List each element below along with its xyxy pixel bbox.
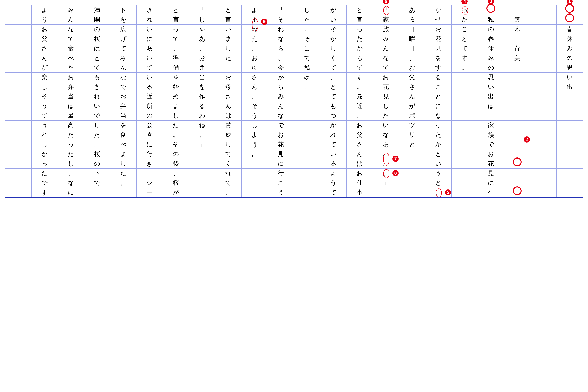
cell: よ bbox=[320, 168, 346, 178]
cell bbox=[531, 44, 557, 53]
cell: で bbox=[58, 34, 84, 44]
cell bbox=[452, 149, 478, 159]
cell: と bbox=[346, 5, 373, 15]
cell bbox=[557, 101, 583, 111]
cell: な bbox=[268, 34, 294, 44]
cell: 。 bbox=[163, 130, 189, 140]
cell: で bbox=[373, 63, 399, 72]
cell: み bbox=[557, 44, 583, 53]
cell: で bbox=[84, 111, 110, 120]
cell: 行 bbox=[478, 188, 504, 197]
cell: ま bbox=[110, 149, 136, 159]
cell: お bbox=[215, 72, 242, 82]
column: 春休みの思い出 bbox=[556, 5, 583, 197]
cell: に bbox=[425, 101, 451, 111]
cell: て bbox=[215, 178, 242, 188]
cell: く bbox=[320, 53, 346, 63]
cell bbox=[531, 111, 557, 120]
cell bbox=[557, 15, 583, 24]
cell bbox=[504, 130, 530, 140]
cell: 行 bbox=[137, 149, 163, 159]
cell: い bbox=[478, 82, 504, 92]
cell: ら bbox=[346, 53, 373, 63]
column: ったことです。 bbox=[451, 5, 478, 197]
cell: と bbox=[84, 53, 110, 63]
cell bbox=[531, 53, 557, 63]
cell bbox=[531, 24, 557, 34]
cell: 仕 bbox=[346, 178, 373, 188]
cell: 族 bbox=[373, 24, 399, 34]
cell: て bbox=[137, 63, 163, 72]
cell: 「 bbox=[189, 5, 215, 15]
cell: し bbox=[84, 120, 110, 130]
cell: み bbox=[110, 53, 136, 63]
cell: う bbox=[242, 140, 268, 149]
cell: 春 bbox=[557, 24, 583, 34]
cell: ね bbox=[242, 24, 268, 34]
cell: よ bbox=[242, 130, 268, 140]
cell: た bbox=[84, 130, 110, 140]
cell: れ bbox=[215, 168, 242, 178]
cell: い bbox=[215, 24, 242, 34]
column: なぜお花見をすることになったかというと、 bbox=[425, 5, 451, 197]
cell: 曜 bbox=[399, 34, 425, 44]
cell: 「 bbox=[373, 5, 399, 15]
cell bbox=[5, 130, 31, 140]
cell bbox=[452, 111, 478, 120]
cell bbox=[294, 159, 320, 168]
cell: な bbox=[58, 178, 84, 188]
cell bbox=[504, 34, 530, 44]
cell: た bbox=[58, 63, 84, 72]
cell bbox=[5, 159, 31, 168]
column: トを広げてみんなでお弁当を食べました。 bbox=[110, 5, 136, 197]
cell bbox=[504, 149, 530, 159]
annotation-1: 1 bbox=[567, 0, 573, 4]
cell: お bbox=[268, 130, 294, 140]
cell bbox=[294, 101, 320, 111]
cell: っ bbox=[58, 140, 84, 149]
cell: と bbox=[399, 140, 425, 149]
cell: み bbox=[58, 5, 84, 15]
cell: と bbox=[425, 92, 451, 101]
cell: い bbox=[557, 72, 583, 82]
cell: ト bbox=[110, 5, 136, 15]
cell: に bbox=[478, 178, 504, 188]
cell: 美 bbox=[504, 53, 530, 63]
cell bbox=[452, 101, 478, 111]
cell: う bbox=[320, 178, 346, 188]
cell: 思 bbox=[557, 63, 583, 72]
cell: 下 bbox=[84, 168, 110, 178]
cell: な bbox=[425, 5, 451, 15]
cell: 、 bbox=[399, 53, 425, 63]
cell bbox=[5, 120, 31, 130]
cell: も bbox=[320, 101, 346, 111]
cell: し bbox=[373, 101, 399, 111]
cell: た bbox=[452, 15, 478, 24]
grid: 春休みの思い出築木育美私の春休みの思い出は、家族でお花見に行ったことです。なぜお… bbox=[5, 5, 583, 197]
cell: 花 bbox=[373, 82, 399, 92]
cell: の bbox=[478, 63, 504, 72]
cell: 家 bbox=[478, 120, 504, 130]
cell: を bbox=[163, 72, 189, 82]
cell: で bbox=[32, 111, 58, 120]
cell bbox=[504, 101, 530, 111]
cell: っ bbox=[32, 159, 58, 168]
cell: 「 bbox=[268, 5, 294, 15]
cell: リ bbox=[399, 130, 425, 140]
cell bbox=[452, 120, 478, 130]
cell: を bbox=[189, 82, 215, 92]
cell: る bbox=[320, 159, 346, 168]
cell: た bbox=[163, 120, 189, 130]
cell bbox=[5, 44, 31, 53]
cell: て bbox=[110, 44, 136, 53]
cell bbox=[5, 168, 31, 178]
cell bbox=[5, 15, 31, 24]
cell: が bbox=[163, 188, 189, 197]
cell: そ bbox=[320, 24, 346, 34]
cell: の bbox=[478, 24, 504, 34]
cell bbox=[531, 63, 557, 72]
cell: す bbox=[32, 188, 58, 197]
cell: 食 bbox=[58, 44, 84, 53]
cell: の bbox=[84, 24, 110, 34]
cell: 花 bbox=[425, 34, 451, 44]
